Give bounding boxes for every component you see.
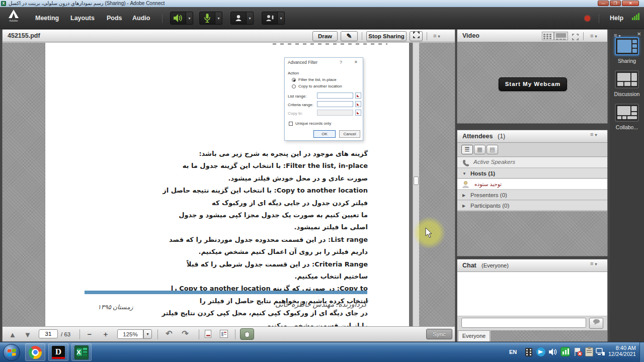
chevron-down-icon: ▾: [188, 16, 190, 21]
layout-sharing-label[interactable]: Sharing: [610, 58, 644, 64]
layout-sharing-thumbnail[interactable]: [615, 37, 639, 55]
footer-rule: [85, 291, 367, 294]
media-player-tray-icon[interactable]: [525, 348, 532, 356]
zoom-out-button[interactable]: −: [84, 329, 95, 339]
grid-view-button[interactable]: [542, 32, 554, 40]
speaker-dropdown[interactable]: ▾: [186, 12, 193, 25]
layout-discussion-thumbnail[interactable]: [615, 70, 639, 88]
minimize-button[interactable]: —: [598, 1, 609, 6]
chat-message-area[interactable]: [457, 272, 607, 316]
sync-button[interactable]: Sync: [426, 329, 452, 339]
host-list-item[interactable]: توحید ستوده: [457, 179, 607, 190]
dialog-help-icon[interactable]: ?: [340, 60, 342, 65]
chat-pod-menu-button[interactable]: ≡ ▾: [590, 259, 597, 268]
attendees-pod-menu-button[interactable]: ≡ ▾: [590, 130, 597, 139]
show-desktop-button[interactable]: [639, 342, 644, 362]
webcam-dropdown[interactable]: ▾: [247, 12, 254, 25]
chevron-down-icon: ▾: [595, 34, 597, 39]
criteria-range-input[interactable]: [317, 101, 353, 107]
chat-input[interactable]: [461, 318, 586, 328]
microphone-dropdown[interactable]: ▾: [215, 12, 222, 25]
page-down-button[interactable]: ▼: [23, 330, 33, 340]
restore-button[interactable]: ❐: [610, 1, 621, 6]
help-menu[interactable]: Help: [610, 7, 623, 29]
fit-page-button[interactable]: [205, 330, 211, 338]
status-view-button[interactable]: ▤: [487, 145, 498, 154]
participants-group-label: Participants (0): [470, 201, 509, 211]
fullscreen-button[interactable]: [410, 31, 423, 41]
layout-collaboration-thumbnail[interactable]: [615, 104, 639, 122]
taskbar-dlink-button[interactable]: D: [48, 343, 68, 361]
recording-indicator-icon: [585, 16, 590, 21]
dialog-close-icon[interactable]: ✕: [354, 60, 358, 64]
restore-icon: ❐: [613, 1, 617, 6]
rotate-left-button[interactable]: ↶: [164, 329, 175, 339]
zoom-in-button[interactable]: +: [100, 329, 111, 339]
taskbar-excel-button[interactable]: X: [71, 343, 92, 361]
hosts-group-row[interactable]: ▼ Hosts (1): [457, 168, 607, 178]
webcam-button[interactable]: [230, 12, 247, 25]
send-chat-button[interactable]: [589, 318, 603, 329]
volume-tray-icon[interactable]: [548, 347, 557, 356]
speaker-button[interactable]: [170, 12, 186, 25]
radio-copy-location[interactable]: [292, 84, 296, 88]
microphone-button[interactable]: [199, 12, 215, 25]
tray-clock[interactable]: 8:40 AM 12/24/2021: [607, 345, 636, 357]
pointer-tool-button[interactable]: ✎: [341, 31, 358, 41]
connectify-tray-icon[interactable]: [560, 347, 570, 356]
video-pod-menu-button[interactable]: ≡ ▾: [590, 32, 597, 41]
rotate-right-button[interactable]: ↷: [180, 329, 191, 339]
breakout-view-button[interactable]: ▦: [474, 145, 486, 154]
arrow-up-icon: ▲: [9, 330, 17, 339]
menu-pods[interactable]: Pods: [107, 7, 122, 29]
action-center-tray-icon[interactable]: [574, 347, 583, 357]
page-number-input[interactable]: [39, 329, 58, 338]
installer-tray-icon[interactable]: [585, 347, 593, 356]
layout-discussion-label[interactable]: Discussion: [610, 91, 644, 97]
layout-collaboration-label[interactable]: Collabo...: [610, 124, 644, 130]
unique-records-checkbox[interactable]: [289, 122, 293, 126]
telegram-tray-icon[interactable]: [536, 347, 545, 356]
network-tray-icon[interactable]: [596, 348, 605, 356]
raise-hand-button[interactable]: [262, 12, 278, 25]
menu-layouts[interactable]: Layouts: [70, 7, 95, 29]
ok-button[interactable]: OK: [313, 130, 336, 138]
close-button[interactable]: ✕: [622, 1, 639, 6]
list-range-input[interactable]: [317, 93, 353, 99]
scrollbar-thumb[interactable]: [414, 176, 419, 185]
copy-to-picker-icon[interactable]: [355, 110, 361, 116]
filmstrip-view-button[interactable]: [554, 32, 568, 40]
start-webcam-button[interactable]: Start My Webcam: [499, 77, 567, 91]
cancel-button[interactable]: Cancel: [339, 130, 360, 138]
share-pod-menu-button[interactable]: ≡ ▾: [433, 32, 440, 41]
start-button[interactable]: [3, 344, 20, 361]
taskbar-chrome-button[interactable]: [25, 343, 45, 361]
menu-audio[interactable]: Audio: [132, 7, 150, 29]
criteria-range-picker-icon[interactable]: [355, 101, 361, 107]
raise-hand-dropdown[interactable]: ▾: [278, 12, 285, 25]
list-view-button[interactable]: ☰: [461, 145, 473, 154]
page-total-label: / 63: [61, 331, 70, 337]
adobe-logo: Adobe: [6, 10, 21, 27]
page-up-button[interactable]: ▲: [8, 330, 18, 340]
stop-sharing-button[interactable]: Stop Sharing: [366, 31, 407, 41]
fullscreen-icon: [572, 34, 579, 40]
presenters-group-label: Presenters (0): [470, 190, 507, 200]
fit-width-button[interactable]: [220, 330, 228, 338]
document-scrollbar[interactable]: [413, 43, 419, 327]
participants-group-row[interactable]: ▶ Participants (0): [457, 201, 607, 211]
presenters-group-row[interactable]: ▶ Presenters (0): [457, 190, 607, 200]
pan-tool-button[interactable]: [240, 328, 254, 340]
layout-rail-close-button[interactable]: ✕: [637, 31, 641, 37]
draw-button[interactable]: Draw: [312, 31, 338, 41]
zoom-level-dropdown[interactable]: ▾: [143, 329, 152, 339]
menu-meeting[interactable]: Meeting: [35, 7, 59, 29]
language-indicator[interactable]: EN: [509, 349, 517, 355]
radio-filter-in-place[interactable]: [292, 78, 296, 82]
pdf-page: Advanced Filter ? ✕ Action Filter the li…: [45, 43, 409, 327]
copy-to-input: [317, 110, 353, 116]
zoom-level-value[interactable]: 125%: [117, 329, 143, 339]
chat-tab-everyone[interactable]: Everyone: [458, 330, 490, 341]
pdf-line: Copy to another location: با انتخاب این …: [160, 185, 368, 209]
list-range-picker-icon[interactable]: [355, 93, 361, 99]
